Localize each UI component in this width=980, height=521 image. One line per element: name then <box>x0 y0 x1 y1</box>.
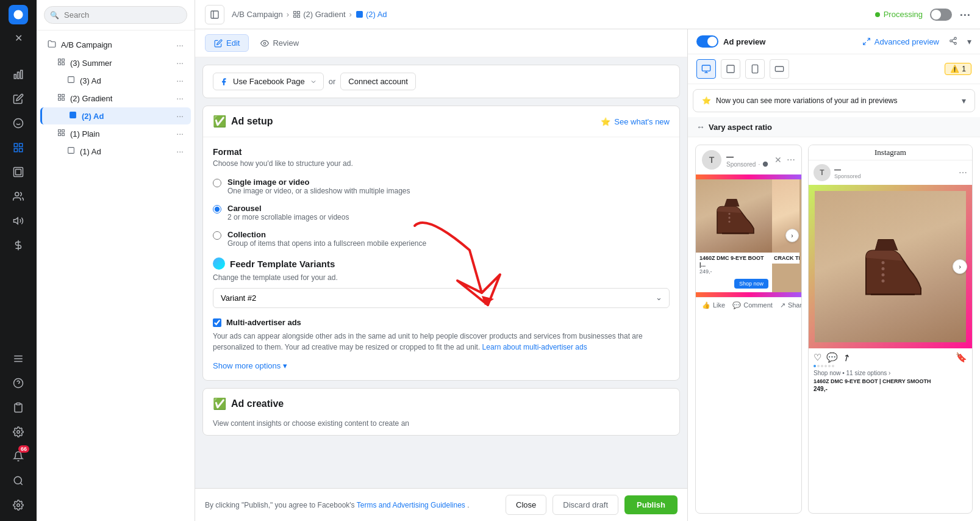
breadcrumb-2-ad[interactable]: (2) Ad <box>356 10 387 19</box>
svg-rect-55 <box>702 65 710 71</box>
square-view-button[interactable] <box>721 59 740 79</box>
fb-shop-now-button-1[interactable]: Shop now <box>734 279 768 289</box>
svg-rect-43 <box>298 12 300 14</box>
ig-carousel-next[interactable]: › <box>953 259 967 274</box>
svg-rect-9 <box>14 149 17 152</box>
publish-button[interactable]: Publish <box>624 495 678 514</box>
svg-point-65 <box>728 220 730 222</box>
fb-share-button[interactable]: ↗ Share <box>780 301 802 309</box>
format-single-image[interactable]: Single image or video One image or video… <box>213 178 670 195</box>
format-carousel-radio[interactable] <box>213 205 221 214</box>
ad-creative-check-icon: ✅ <box>213 397 226 411</box>
fb-carousel-next[interactable]: › <box>785 229 799 242</box>
ig-share-icon[interactable]: ↗ <box>840 351 853 364</box>
help-icon[interactable] <box>7 372 29 394</box>
nav-item-3-summer[interactable]: (3) Summer ··· <box>40 54 191 71</box>
vary-aspect-ratio-label: Vary aspect ratio <box>709 123 772 132</box>
fb-comment-button[interactable]: 💬 Comment <box>732 301 773 309</box>
svg-point-63 <box>728 212 730 214</box>
show-more-options-button[interactable]: Show more options ▾ <box>213 361 670 370</box>
search-icon[interactable] <box>7 470 29 492</box>
tab-review[interactable]: Review <box>251 34 308 52</box>
processing-toggle[interactable] <box>930 9 952 21</box>
svg-rect-44 <box>294 15 296 18</box>
nav-dots-ab-campaign[interactable]: ··· <box>176 40 184 50</box>
desktop-view-button[interactable] <box>696 59 716 79</box>
fb-like-button[interactable]: 👍 Like <box>702 301 725 309</box>
or-label: or <box>329 77 336 86</box>
ig-more-icon[interactable]: ⋯ <box>959 168 967 178</box>
megaphone-icon[interactable] <box>7 210 29 232</box>
nav-dots-3-summer[interactable]: ··· <box>176 58 184 68</box>
tab-edit-label: Edit <box>226 38 240 48</box>
nav-dots-1-ad[interactable]: ··· <box>176 146 184 156</box>
connect-account-button[interactable]: Connect account <box>340 73 416 90</box>
discard-draft-button[interactable]: Discard draft <box>553 495 618 515</box>
layers-icon[interactable] <box>7 161 29 183</box>
search-input[interactable] <box>44 6 187 24</box>
notification-bell-icon[interactable]: 66 <box>7 445 29 467</box>
fb-more-icon[interactable]: ⋯ <box>787 155 795 165</box>
sidebar-toggle-button[interactable] <box>205 5 224 24</box>
format-label: Format <box>213 147 670 157</box>
instagram-preview-card: Instagram T — Sponsored ⋯ <box>808 145 973 514</box>
gear-bottom-icon[interactable] <box>7 494 29 516</box>
svg-rect-8 <box>20 143 23 146</box>
svg-line-48 <box>867 38 870 41</box>
nav-dots-3-ad[interactable]: ··· <box>176 76 184 85</box>
ig-actions: ♡ 💬 ↗ <box>814 352 851 363</box>
tab-edit[interactable]: Edit <box>205 34 249 52</box>
nav-dots-2-ad[interactable]: ··· <box>176 111 184 121</box>
ig-bookmark-icon[interactable]: 🔖 <box>956 352 967 363</box>
svg-rect-20 <box>16 403 20 405</box>
nav-item-3-ad[interactable]: (3) Ad ··· <box>40 72 191 89</box>
analytics-icon[interactable] <box>7 63 29 85</box>
emoji-icon[interactable] <box>7 112 29 134</box>
more-options-button[interactable]: ⋯ <box>959 8 970 21</box>
notification-collapse-button[interactable]: ▾ <box>962 96 966 106</box>
breadcrumb-2-gradient[interactable]: (2) Gradient <box>293 10 345 19</box>
format-single-radio[interactable] <box>213 179 221 187</box>
nav-item-1-plain[interactable]: (1) Plain ··· <box>40 125 191 142</box>
people-icon[interactable] <box>7 185 29 207</box>
use-facebook-page-select[interactable]: Use Facebook Page <box>213 73 324 90</box>
mobile-view-button[interactable] <box>745 59 765 79</box>
chevron-preview-icon[interactable]: ▾ <box>967 37 971 46</box>
menu-icon[interactable] <box>7 348 29 370</box>
svg-line-49 <box>864 42 866 45</box>
variant-select[interactable]: Variant #1 Variant #2 Variant #3 <box>213 288 670 308</box>
terms-link[interactable]: Terms and Advertising Guidelines <box>357 501 465 509</box>
format-carousel[interactable]: Carousel 2 or more scrollable images or … <box>213 204 670 221</box>
multi-advertiser-checkbox[interactable] <box>213 318 221 327</box>
nav-item-ab-campaign[interactable]: A/B Campaign ··· <box>40 36 191 54</box>
svg-point-68 <box>882 273 885 276</box>
nav-item-1-ad[interactable]: (1) Ad ··· <box>40 143 191 160</box>
format-collection[interactable]: Collection Group of items that opens int… <box>213 230 670 248</box>
grid-icon[interactable] <box>7 137 29 159</box>
settings-bottom-icon[interactable] <box>7 421 29 443</box>
preview-toggle-switch[interactable] <box>696 35 718 48</box>
format-collection-radio[interactable] <box>213 231 221 240</box>
see-whats-new-button[interactable]: ⭐ See what's new <box>601 117 670 126</box>
nav-dots-2-gradient[interactable]: ··· <box>176 93 184 103</box>
fb-close-icon[interactable]: ✕ <box>774 155 782 165</box>
svg-line-53 <box>952 41 954 42</box>
share-button[interactable] <box>949 37 957 47</box>
ig-heart-icon[interactable]: ♡ <box>814 352 821 363</box>
nav-dots-1-plain[interactable]: ··· <box>176 129 184 138</box>
logo-icon[interactable] <box>9 5 28 24</box>
close-button[interactable]: Close <box>506 495 546 515</box>
ig-cta-row: Shop now • 11 size options › <box>814 370 967 376</box>
learn-more-link[interactable]: Learn about multi-advertiser ads <box>482 343 587 351</box>
widescreen-view-button[interactable] <box>770 59 789 79</box>
pencil-icon[interactable] <box>7 88 29 110</box>
dollar-icon[interactable] <box>7 234 29 256</box>
close-nav-icon[interactable]: ✕ <box>7 27 29 49</box>
advanced-preview-button[interactable]: Advanced preview <box>862 37 939 46</box>
ig-comment-icon[interactable]: 💬 <box>826 352 838 363</box>
nav-item-2-gradient[interactable]: (2) Gradient ··· <box>40 90 191 107</box>
breadcrumb-ab-campaign[interactable]: A/B Campaign <box>232 10 283 19</box>
clipboard-icon[interactable] <box>7 397 29 419</box>
nav-item-2-ad[interactable]: (2) Ad ··· <box>40 107 191 124</box>
processing-status: Processing <box>875 10 923 19</box>
